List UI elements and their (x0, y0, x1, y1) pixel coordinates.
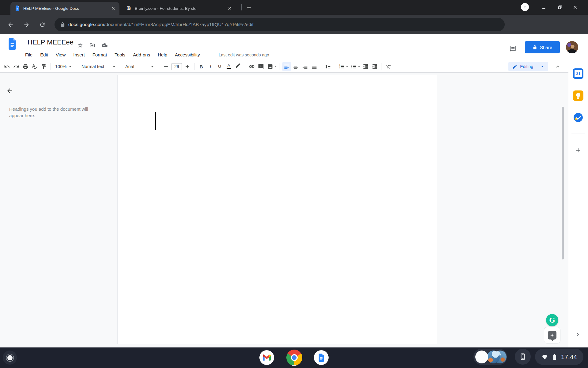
paint-format-button[interactable] (39, 62, 48, 71)
add-comment-button[interactable] (256, 62, 266, 71)
clear-formatting-button[interactable] (384, 62, 393, 71)
side-panel-rail: 31 (568, 61, 588, 347)
spell-check-button[interactable] (30, 62, 39, 71)
new-tab-button[interactable] (245, 4, 253, 12)
launcher-button[interactable] (3, 351, 17, 365)
docs-shelf-button[interactable] (314, 350, 329, 365)
text-color-button[interactable]: A (224, 62, 233, 71)
text-color-icon: A (227, 64, 231, 69)
align-right-button[interactable] (300, 62, 310, 71)
google-calendar-button[interactable]: 31 (573, 68, 583, 79)
closex-icon (227, 6, 232, 11)
bold-button[interactable]: B (197, 62, 206, 71)
status-tray[interactable]: 17:44 (535, 349, 583, 365)
underline-button[interactable]: U (215, 62, 224, 71)
tab-close-button[interactable] (110, 5, 116, 11)
chevron-down-icon[interactable] (357, 65, 361, 69)
undo-button[interactable] (2, 62, 12, 71)
chevron-down-icon (540, 64, 545, 69)
open-comments-button[interactable] (508, 44, 518, 53)
toolbar-separator (382, 63, 382, 70)
chevron-down-icon[interactable] (273, 65, 277, 69)
increase-font-size-button[interactable] (183, 62, 192, 71)
line-spacing-button[interactable] (323, 62, 333, 71)
google-tasks-button[interactable] (573, 112, 583, 123)
paragraph-style-select[interactable]: Normal text (79, 62, 119, 71)
align-left-button[interactable] (282, 62, 291, 71)
document-page[interactable] (117, 75, 437, 344)
tote-thumbnail[interactable] (475, 351, 488, 363)
font-select[interactable]: Arial (123, 62, 157, 71)
italic-button[interactable]: I (206, 62, 215, 71)
lock-icon[interactable] (60, 22, 65, 27)
gmail-icon (263, 355, 271, 361)
chrome-shelf-button[interactable] (286, 350, 302, 366)
calendar-icon: 31 (573, 68, 583, 79)
keep-icon (573, 90, 583, 101)
account-avatar[interactable] (566, 41, 578, 53)
menu-help[interactable]: Help (158, 52, 167, 57)
redo-button[interactable] (12, 62, 21, 71)
increase-indent-button[interactable] (370, 62, 379, 71)
doc22-icon (318, 354, 324, 362)
google-docs-logo-icon[interactable] (8, 38, 17, 51)
hide-side-panel-button[interactable] (574, 330, 582, 339)
forward-button[interactable] (22, 20, 31, 29)
tab-divider (241, 4, 242, 10)
toolbar-separator (321, 63, 321, 70)
window-menu-button[interactable] (521, 3, 529, 11)
align-center-button[interactable] (291, 62, 300, 71)
reload-button[interactable] (38, 20, 47, 29)
text-cursor (155, 112, 156, 130)
tab-brainly[interactable]: B Brainly.com - For students. By stu (122, 2, 236, 15)
menu-format[interactable]: Format (92, 52, 107, 57)
tab-close-button[interactable] (227, 5, 233, 11)
decrease-indent-button[interactable] (361, 62, 370, 71)
menu-file[interactable]: File (25, 52, 32, 57)
close-window-button[interactable] (571, 3, 579, 12)
closex-icon (572, 5, 578, 10)
chevron-down-icon[interactable] (345, 65, 349, 69)
share-button[interactable]: Share (525, 41, 560, 53)
toolbar-separator (335, 63, 335, 70)
minimize-button[interactable] (540, 3, 548, 12)
tab-google-docs[interactable]: HELP MEEEee - Google Docs (10, 2, 119, 15)
grammarly-badge[interactable]: G (546, 314, 558, 326)
insert-link-button[interactable] (247, 62, 256, 71)
print-button[interactable] (21, 62, 30, 71)
last-edit-link[interactable]: Last edit was seconds ago (219, 52, 269, 57)
star-document-icon[interactable] (77, 42, 83, 48)
tab-title: HELP MEEEee - Google Docs (23, 6, 107, 11)
image-icon (267, 63, 273, 70)
justify-button[interactable] (310, 62, 319, 71)
gmail-shelf-button[interactable] (259, 350, 274, 365)
editing-mode-button[interactable]: Editing (508, 62, 548, 71)
restore-window-button[interactable] (556, 3, 564, 12)
menu-addons[interactable]: Add-ons (133, 52, 150, 57)
numlist-icon: 123 (339, 63, 345, 70)
menu-view[interactable]: View (56, 52, 66, 57)
explore-button[interactable] (544, 327, 560, 343)
holding-space-tote[interactable] (473, 349, 507, 365)
google-keep-button[interactable] (573, 90, 583, 101)
menu-edit[interactable]: Edit (40, 52, 48, 57)
vertical-scrollbar[interactable] (562, 107, 564, 259)
menu-accessibility[interactable]: Accessibility (175, 52, 200, 57)
phone-hub-button[interactable] (515, 349, 531, 365)
tote-thumbnail[interactable] (487, 351, 500, 363)
menu-tools[interactable]: Tools (115, 52, 125, 57)
highlight-color-button[interactable] (233, 62, 243, 71)
zoom-select[interactable]: 100% (53, 62, 75, 71)
staro-icon (77, 42, 83, 48)
move-folder-icon[interactable] (89, 42, 96, 48)
menu-insert[interactable]: Insert (73, 52, 85, 57)
collapse-toolbar-button[interactable] (553, 62, 562, 71)
decrease-font-size-button[interactable] (161, 62, 171, 71)
alignl-icon (284, 63, 290, 70)
font-size-input[interactable]: 29 (172, 63, 182, 70)
document-title[interactable]: HELP MEEEee (28, 38, 74, 46)
address-bar[interactable]: docs.google.com/document/d/1mFHrnr8Acjzq… (55, 18, 505, 31)
back-button[interactable] (6, 20, 15, 29)
add-addon-button[interactable] (574, 146, 582, 155)
close-outline-button[interactable] (6, 86, 14, 95)
